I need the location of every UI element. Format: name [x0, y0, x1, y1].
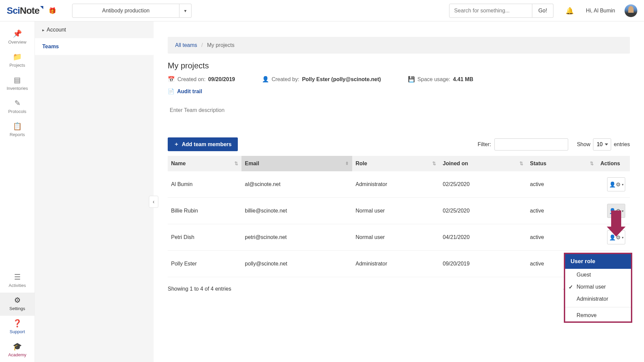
- role-dropdown: User role Guest Normal user Administrato…: [564, 253, 632, 323]
- rail-academy[interactable]: 🎓Academy: [0, 339, 35, 362]
- workspace-dropdown-toggle[interactable]: ▾: [179, 4, 192, 18]
- sort-icon: ⇅: [520, 163, 523, 165]
- col-name[interactable]: Name⇅: [168, 156, 241, 171]
- table-row: Petri Dishpetri@scinote.netNormal user04…: [168, 224, 630, 251]
- collapse-panel-toggle[interactable]: ‹: [149, 196, 158, 208]
- sort-asc-icon: ⬍: [345, 163, 349, 165]
- meta-label: Created on:: [177, 76, 206, 82]
- role-option-normal[interactable]: Normal user: [565, 281, 631, 293]
- show-entries-control: Show 10 entries: [577, 138, 630, 150]
- breadcrumb-current: My projects: [207, 42, 234, 48]
- cell-joined: 09/20/2019: [439, 251, 527, 277]
- workspace-selector: ▾: [72, 4, 192, 18]
- caret-down-icon: ▾: [184, 8, 186, 13]
- add-btn-label: Add team members: [182, 141, 232, 147]
- rail-label: Support: [10, 329, 25, 334]
- chevron-left-icon: ‹: [153, 199, 154, 205]
- table-controls: ＋ Add team members Filter: Show 10 entri…: [168, 137, 630, 151]
- rail-overview[interactable]: 📌Overview: [0, 26, 35, 49]
- role-option-remove[interactable]: Remove: [565, 309, 631, 321]
- cell-name: Polly Ester: [168, 251, 241, 277]
- table-footer: Showing 1 to 4 of 4 entries ‹ Previous 1…: [168, 284, 630, 294]
- cell-status: active: [527, 224, 597, 251]
- rail-label: Projects: [9, 63, 25, 68]
- show-entries-select[interactable]: 10: [593, 138, 611, 150]
- cell-status: active: [527, 171, 597, 198]
- cell-name: Petri Dish: [168, 224, 241, 251]
- col-role[interactable]: Role⇅: [352, 156, 439, 171]
- gift-icon[interactable]: 🎁: [49, 7, 56, 14]
- cell-email: petri@scinote.net: [241, 224, 352, 251]
- col-status[interactable]: Status⇅: [527, 156, 597, 171]
- add-team-members-button[interactable]: ＋ Add team members: [168, 137, 238, 151]
- team-meta: 📅 Created on: 09/20/2019 👤 Created by: P…: [168, 76, 630, 83]
- meta-label: Space usage:: [418, 76, 450, 82]
- rail-activities[interactable]: ☰Activities: [0, 269, 35, 293]
- team-description-input[interactable]: [168, 103, 630, 117]
- annotation-arrow: [611, 210, 626, 237]
- table-row: Al Buminal@scinote.netAdministrator02/25…: [168, 171, 630, 198]
- logo[interactable]: SciNote: [7, 5, 43, 16]
- rail-label: Settings: [9, 306, 25, 311]
- rail-protocols[interactable]: ✎Protocols: [0, 96, 35, 119]
- filter-control: Filter:: [478, 138, 568, 150]
- cell-role: Administrator: [352, 251, 439, 277]
- rail-inventories[interactable]: ▤Inventories: [0, 72, 35, 96]
- workspace-input[interactable]: [72, 4, 179, 18]
- rail-label: Activities: [9, 283, 26, 288]
- subnav-account[interactable]: Account: [35, 21, 154, 38]
- cell-actions: 👤⚙▾: [597, 171, 630, 198]
- search-input[interactable]: [449, 4, 532, 18]
- cell-role: Normal user: [352, 224, 439, 251]
- rail-settings[interactable]: ⚙Settings: [0, 293, 35, 316]
- cell-email: billie@scinote.net: [241, 198, 352, 224]
- role-option-guest[interactable]: Guest: [565, 269, 631, 281]
- filter-label: Filter:: [478, 141, 491, 147]
- col-actions: Actions: [597, 156, 630, 171]
- table-info: Showing 1 to 4 of 4 entries: [168, 286, 231, 292]
- user-cog-icon: 👤⚙: [609, 181, 621, 188]
- rail-reports[interactable]: 📋Reports: [0, 119, 35, 142]
- cell-joined: 04/21/2020: [439, 224, 527, 251]
- search-go-button[interactable]: Go!: [532, 4, 553, 18]
- graduation-cap-icon: 🎓: [13, 342, 22, 351]
- rail-label: Reports: [10, 132, 25, 137]
- breadcrumb-root[interactable]: All teams: [175, 42, 197, 48]
- page-title: My projects: [168, 61, 630, 70]
- meta-created-by: 👤 Created by: Polly Ester (polly@scinote…: [262, 76, 381, 83]
- breadcrumb-separator: /: [201, 42, 203, 48]
- dropdown-divider: [565, 307, 631, 307]
- row-actions-button[interactable]: 👤⚙▾: [607, 177, 625, 191]
- cell-role: Normal user: [352, 198, 439, 224]
- edit-icon: ✎: [14, 99, 20, 108]
- subnav-teams[interactable]: Teams: [35, 38, 154, 55]
- disk-icon: 💾: [408, 76, 415, 83]
- col-joined[interactable]: Joined on⇅: [439, 156, 527, 171]
- rail-projects[interactable]: 📁Projects: [0, 49, 35, 72]
- breadcrumb: All teams / My projects: [168, 37, 630, 54]
- avatar[interactable]: [625, 4, 637, 17]
- col-email[interactable]: Email⬍: [241, 156, 352, 171]
- entries-label: entries: [614, 141, 630, 147]
- sort-icon: ⇅: [234, 163, 238, 165]
- gear-icon: ⚙: [14, 296, 21, 305]
- meta-label: Created by:: [272, 76, 300, 82]
- meta-space-usage: 💾 Space usage: 4.41 MB: [408, 76, 473, 83]
- notifications-icon[interactable]: 🔔: [566, 7, 574, 15]
- logo-accent-icon: [40, 6, 43, 9]
- rail-support[interactable]: ❓Support: [0, 316, 35, 339]
- settings-subnav: Account Teams ‹: [35, 21, 154, 362]
- user-icon: 👤: [262, 76, 269, 83]
- dropdown-header: User role: [565, 254, 631, 269]
- role-option-admin[interactable]: Administrator: [565, 293, 631, 305]
- activity-icon: ☰: [14, 273, 21, 282]
- list-icon: ▤: [14, 76, 21, 84]
- caret-down-icon: ▾: [622, 183, 624, 186]
- global-search: Go!: [449, 4, 553, 18]
- audit-trail-link[interactable]: 📄 Audit trail: [168, 88, 630, 95]
- topbar: SciNote 🎁 ▾ Go! 🔔 Hi, Al Bumin: [0, 0, 644, 21]
- audit-icon: 📄: [168, 88, 174, 95]
- plus-icon: ＋: [174, 141, 179, 148]
- filter-input[interactable]: [494, 138, 568, 150]
- clipboard-icon: 📋: [13, 122, 22, 131]
